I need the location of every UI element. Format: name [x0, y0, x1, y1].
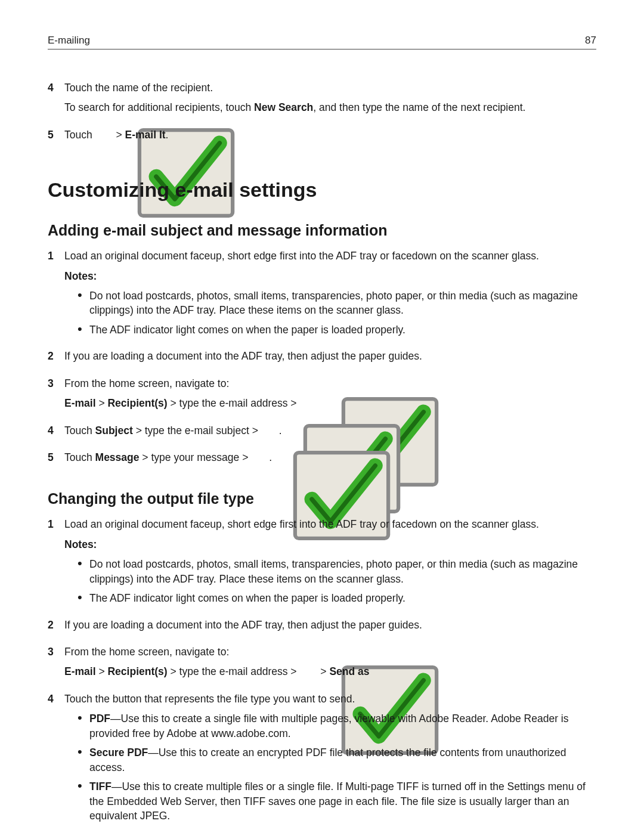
notes-list: Do not load postcards, photos, small ite… — [78, 557, 596, 606]
step-text: From the home screen, navigate to: — [64, 645, 596, 659]
step-number: 4 — [48, 692, 64, 707]
step-number: 2 — [48, 349, 64, 364]
step-text: If you are loading a document into the A… — [64, 349, 596, 364]
step-text: Load an original document faceup, short … — [64, 517, 596, 532]
navigation-path: E‑mail > Recipient(s) > type the e‑mail … — [64, 664, 596, 679]
step-text: Touch the button that represents the fil… — [64, 692, 596, 707]
step-text: Touch the name of the recipient. — [64, 80, 596, 95]
step-number: 4 — [48, 80, 64, 95]
notes-label: Notes: — [64, 537, 596, 552]
checkmark-icon — [252, 451, 268, 465]
list-item: TIFF—Use this to create multiple files o… — [78, 779, 596, 823]
note-item: The ADF indicator light comes on when th… — [78, 591, 596, 606]
heading-1: Customizing e‑mail settings — [48, 178, 596, 202]
page-header: E-mailing 87 — [48, 35, 596, 49]
step-text: Touch Subject > type the e‑mail subject … — [64, 423, 596, 438]
note-item: Do not load postcards, photos, small ite… — [78, 557, 596, 586]
checkmark-icon — [301, 665, 316, 680]
document-page: E-mailing 87 4 Touch the name of the rec… — [0, 0, 644, 833]
continuation-steps: 4 Touch the name of the recipient. To se… — [48, 80, 596, 147]
filetype-list: PDF—Use this to create a single file wit… — [78, 711, 596, 823]
step-text: Touch > E‑mail It. — [64, 128, 596, 143]
step-number: 4 — [48, 423, 64, 438]
step-number: 2 — [48, 618, 64, 633]
checkmark-icon — [301, 397, 316, 411]
page-number: 87 — [585, 35, 596, 47]
step-number: 5 — [48, 450, 64, 465]
step-number: 3 — [48, 645, 64, 659]
step-number: 1 — [48, 249, 64, 264]
section2-steps: 1 Load an original document faceup, shor… — [48, 517, 596, 828]
note-item: The ADF indicator light comes on when th… — [78, 323, 596, 337]
step-number: 5 — [48, 128, 64, 143]
header-section: E-mailing — [48, 35, 90, 47]
step-number: 3 — [48, 376, 64, 391]
notes-list: Do not load postcards, photos, small ite… — [78, 289, 596, 337]
step-text: Touch Message > type your message > . — [64, 450, 596, 465]
step-number: 1 — [48, 517, 64, 532]
checkmark-icon — [262, 424, 278, 438]
navigation-path: E‑mail > Recipient(s) > type the e‑mail … — [64, 396, 596, 411]
list-item: Secure PDF—Use this to create an encrypt… — [78, 745, 596, 775]
step-text: If you are loading a document into the A… — [64, 618, 596, 633]
section1-steps: 1 Load an original document faceup, shor… — [48, 249, 596, 470]
note-item: Do not load postcards, photos, small ite… — [78, 289, 596, 318]
checkmark-icon — [97, 128, 112, 143]
notes-label: Notes: — [64, 269, 596, 284]
step-text: Load an original document faceup, short … — [64, 249, 596, 264]
list-item: PDF—Use this to create a single file wit… — [78, 711, 596, 741]
step-text: To search for additional recipients, tou… — [64, 100, 596, 115]
step-text: From the home screen, navigate to: — [64, 376, 596, 391]
heading-2: Adding e‑mail subject and message inform… — [48, 222, 596, 239]
